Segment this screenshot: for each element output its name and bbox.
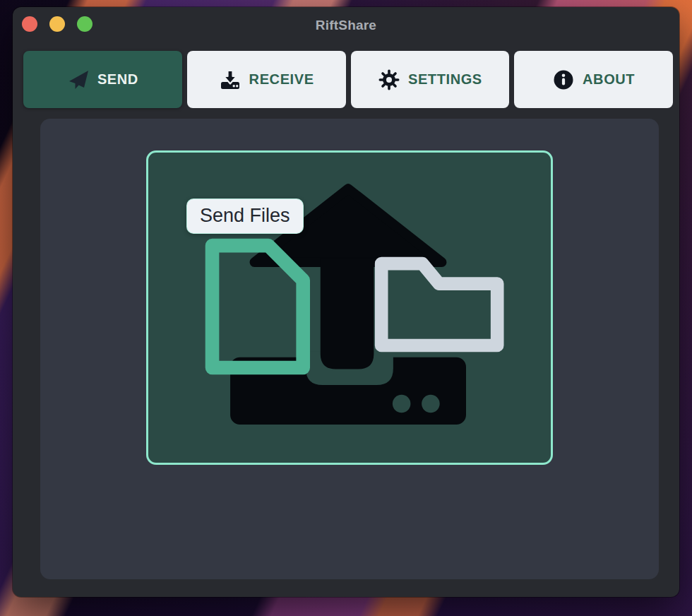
gear-icon <box>378 69 400 91</box>
info-icon <box>552 69 575 91</box>
window-title: RiftShare <box>316 18 376 33</box>
tab-bar: SEND RECEIVE <box>23 51 673 108</box>
tab-about[interactable]: ABOUT <box>514 51 673 108</box>
tab-receive-label: RECEIVE <box>249 71 314 88</box>
folder-outline-icon <box>381 263 497 345</box>
close-button[interactable] <box>22 16 37 32</box>
download-icon <box>219 69 241 91</box>
app-window: RiftShare SEND RECEIVE <box>13 7 679 597</box>
minimize-button[interactable] <box>49 16 65 32</box>
tab-about-label: ABOUT <box>583 71 635 88</box>
traffic-lights <box>22 16 93 32</box>
tab-send-label: SEND <box>97 71 138 88</box>
tab-receive[interactable]: RECEIVE <box>187 51 346 108</box>
titlebar: RiftShare <box>13 7 679 44</box>
send-files-label: Send Files <box>186 199 304 234</box>
paper-plane-icon <box>67 69 90 91</box>
send-files-dropzone[interactable]: Send Files <box>146 150 553 465</box>
tab-settings-label: SETTINGS <box>408 71 482 88</box>
send-panel: Send Files <box>40 119 659 579</box>
zoom-button[interactable] <box>77 16 93 32</box>
tab-send[interactable]: SEND <box>23 51 182 108</box>
tab-settings[interactable]: SETTINGS <box>351 51 510 108</box>
